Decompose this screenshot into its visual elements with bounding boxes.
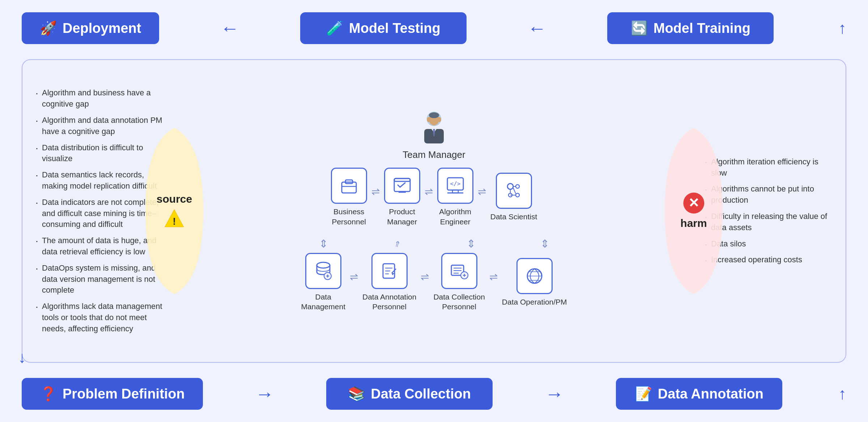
arrow-bp-pm: ⇌ [371, 186, 380, 198]
svg-point-23 [516, 193, 519, 197]
deployment-icon: 🚀 [40, 20, 57, 36]
bullet-3: Data distribution is difficult to visual… [35, 142, 163, 165]
svg-rect-14 [394, 178, 410, 181]
svg-text:!: ! [173, 216, 176, 227]
warning-icon: ! [164, 209, 184, 229]
model-training-icon: 🔄 [631, 20, 648, 36]
data-collection-personnel-item: Data CollectionPersonnel [433, 253, 485, 312]
bullet-6: The amount of data is huge, and data ret… [35, 235, 163, 258]
product-manager-item: ProductManager [384, 168, 420, 227]
data-annotation-personnel-item: Data AnnotationPersonnel [362, 253, 416, 312]
middle-area: Algorithm and business have a cognitive … [22, 59, 846, 363]
bullet-2: Algorithm and data annotation PM have a … [35, 115, 163, 137]
harm-bullet-1: Algorithm iteration efficiency is slow [705, 156, 833, 179]
data-scientist-item: Data Scientist [490, 173, 537, 221]
problem-definition-icon: ❓ [40, 386, 57, 402]
data-management-icon [312, 260, 334, 282]
arrow-dap-dcp: ⇌ [421, 271, 429, 283]
bullet-7: DataOps system is missing, and data vers… [35, 263, 163, 296]
data-collection-icon [448, 260, 470, 282]
data-annotation-icon [379, 260, 400, 282]
left-curve-connector: ↓ [18, 48, 29, 366]
vert-arrow-dop: ⇕ [519, 237, 570, 250]
svg-point-20 [507, 184, 513, 189]
harm-label: harm [680, 217, 707, 229]
data-management-label: DataManagement [301, 292, 345, 312]
arrow-dcp-dopm: ⇌ [489, 271, 498, 283]
data-scientist-icon-box [496, 173, 532, 209]
data-annotation-label: Data Annotation [658, 386, 763, 402]
harm-bullets: Algorithm iteration efficiency is slow A… [705, 156, 833, 266]
product-manager-icon-box [384, 168, 420, 204]
business-personnel-icon [338, 175, 360, 197]
problem-definition-button[interactable]: ❓ Problem Definition [22, 378, 203, 410]
data-operation-pm-label: Data Operation/PM [502, 297, 567, 307]
problem-definition-label: Problem Definition [63, 386, 185, 402]
algorithm-engineer-icon-box: </> [437, 168, 473, 204]
model-testing-icon: 🧪 [326, 20, 343, 36]
vertical-arrows-row: ⇕ ⇗ ⇕ ⇕ [298, 237, 570, 250]
bullet-8: Algorithms lack data management tools or… [35, 301, 163, 334]
harm-icon: ✕ [683, 193, 704, 214]
data-collection-button[interactable]: 📚 Data Collection [326, 378, 493, 410]
right-panel: ✕ harm Algorithm iteration efficiency is… [694, 60, 846, 362]
algorithm-engineer-icon: </> [444, 175, 466, 197]
bullet-1: Algorithm and business have a cognitive … [35, 87, 163, 110]
arrow-ae-ds: ⇌ [478, 186, 486, 198]
svg-point-21 [516, 185, 519, 188]
data-management-icon-box [305, 253, 341, 289]
algorithm-engineer-label: AlgorithmEngineer [439, 207, 471, 227]
top-flow: 🚀 Deployment ← 🧪 Model Testing ← 🔄 Model… [14, 12, 854, 44]
data-scientist-icon [503, 180, 525, 202]
data-annotation-icon-box [371, 253, 408, 289]
svg-point-4 [429, 112, 439, 118]
arrow-dm-dap: ⇌ [350, 271, 358, 283]
business-personnel-icon-box [331, 168, 367, 204]
harm-bullet-2: Algorithms cannot be put into production [705, 184, 833, 206]
harm-bullet-4: Data silos [705, 238, 833, 250]
arrow-pd-dc: → [255, 383, 274, 405]
data-operation-pm-icon-box [516, 258, 553, 294]
source-bullets: Algorithm and business have a cognitive … [35, 87, 163, 334]
deployment-button[interactable]: 🚀 Deployment [22, 12, 159, 44]
vert-arrow-dm: ⇕ [298, 237, 349, 250]
bottom-personnel-row: DataManagement ⇌ [298, 253, 570, 312]
team-manager-icon [418, 110, 450, 146]
data-operation-pm-icon [524, 265, 545, 287]
model-testing-button[interactable]: 🧪 Model Testing [300, 12, 467, 44]
data-operation-pm-item: Data Operation/PM [502, 258, 567, 307]
bullet-5: Data indicators are not complete, and di… [35, 197, 163, 230]
data-collection-icon-box [441, 253, 477, 289]
model-training-label: Model Training [654, 21, 750, 36]
main-container: 🚀 Deployment ← 🧪 Model Testing ← 🔄 Model… [14, 12, 854, 410]
bottom-flow: ❓ Problem Definition → 📚 Data Collection… [14, 378, 854, 410]
svg-point-8 [427, 117, 430, 122]
arrow-training-to-testing: ← [528, 17, 546, 39]
bullet-4: Data semantics lack records, making mode… [35, 169, 163, 192]
harm-bullet-5: Increased operating costs [705, 254, 833, 266]
arrow-dc-da: → [545, 383, 564, 405]
business-personnel-item: BusinessPersonnel [331, 168, 367, 227]
personnel-area: BusinessPersonnel ⇌ [298, 168, 570, 311]
left-panel: Algorithm and business have a cognitive … [22, 60, 174, 362]
business-personnel-label: BusinessPersonnel [332, 207, 366, 227]
deployment-label: Deployment [63, 21, 141, 36]
svg-rect-18 [452, 190, 458, 193]
vert-arrow-ae: ⇕ [446, 237, 496, 250]
data-collection-icon: 📚 [348, 386, 365, 402]
data-scientist-label: Data Scientist [490, 212, 537, 221]
harm-bullet-3: Difficulty in releasing the value of dat… [705, 211, 833, 233]
model-training-button[interactable]: 🔄 Model Training [607, 12, 774, 44]
svg-line-27 [513, 188, 516, 194]
diag-arrows-center: ⇗ [372, 237, 422, 250]
svg-text:</>: </> [450, 180, 460, 187]
top-personnel-row: BusinessPersonnel ⇌ [298, 168, 570, 227]
data-annotation-button[interactable]: 📝 Data Annotation [616, 378, 782, 410]
data-annotation-personnel-label: Data AnnotationPersonnel [362, 292, 416, 312]
team-manager-label: Team Manager [403, 149, 465, 160]
bottom-right-up-arrow: ↑ [838, 385, 846, 403]
product-manager-label: ProductManager [387, 207, 417, 227]
team-manager: Team Manager [403, 110, 465, 160]
data-management-item: DataManagement [301, 253, 345, 312]
product-manager-icon [391, 175, 413, 197]
